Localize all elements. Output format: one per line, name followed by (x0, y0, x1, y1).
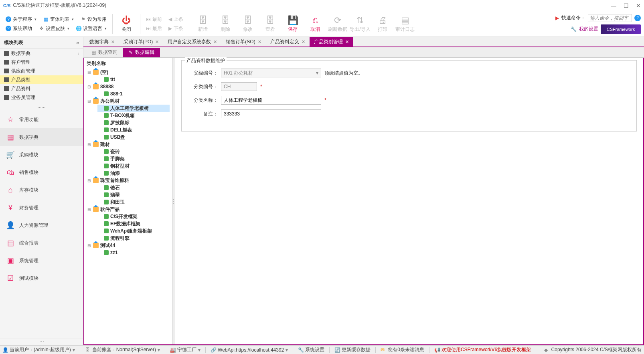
module-item-3[interactable]: 产品类型 (0, 75, 83, 84)
parent-combo[interactable]: H01 办公耗材▾ (221, 69, 321, 77)
quick-help-icon[interactable]: ? (634, 15, 641, 21)
nav-next[interactable]: ▶下条 (166, 24, 186, 33)
tree-child-4-2[interactable]: 和田玉 (97, 198, 170, 206)
tree-parent-2[interactable]: ⊟办公耗材 (87, 97, 170, 105)
nav-module-2[interactable]: 🛒采购模块 (0, 146, 83, 164)
tree-child-6-0[interactable]: zz1 (97, 249, 170, 256)
audit-button[interactable]: ▤审计日志 (395, 13, 415, 35)
tab-5[interactable]: 产品类别管理✕ (310, 37, 353, 47)
collapse-icon[interactable]: ⊟ (87, 178, 91, 183)
collapse-icon[interactable]: ⊟ (87, 70, 91, 75)
nav-prev[interactable]: ◀上条 (166, 15, 186, 24)
module-item-2[interactable]: 供应商管理 (0, 67, 83, 75)
name-input[interactable] (221, 96, 321, 105)
subtab-edit[interactable]: ✎数据编辑 (123, 48, 160, 57)
tree-parent-5[interactable]: ⊟软件产品 (87, 206, 170, 213)
tree-child-4-1[interactable]: 翡翠 (97, 191, 170, 198)
save-button[interactable]: 💾保存 (282, 13, 303, 35)
tree-child-5-1[interactable]: EF数据库框架 (97, 220, 170, 227)
tab-0[interactable]: 数据字典✕ (85, 37, 119, 47)
nav-module-9[interactable]: ☑测试模块 (0, 269, 83, 287)
status-sys-settings[interactable]: 🔧系统设置 (298, 346, 324, 353)
lang-menu[interactable]: 🌐设置语言 (73, 24, 109, 33)
minimize-button[interactable]: — (611, 2, 616, 9)
tree-parent-3[interactable]: ⊟建材 (87, 141, 170, 148)
nav-module-1[interactable]: ▦数据字典 (0, 128, 83, 146)
tree-child-2-1[interactable]: T-BOX机箱 (97, 112, 170, 119)
close-window-button[interactable]: ✕ (636, 2, 641, 9)
close-button[interactable]: ⏻关闭 (116, 13, 137, 35)
tree-child-1-0[interactable]: 888-1 (97, 90, 170, 97)
close-icon[interactable]: ✕ (111, 39, 115, 45)
tree-child-5-3[interactable]: 流程引擎 (97, 235, 170, 242)
maximize-button[interactable]: ☐ (624, 2, 629, 9)
module-footer[interactable]: ⋯ (0, 338, 83, 345)
tree-child-2-3[interactable]: DELL键盘 (97, 126, 170, 134)
about-menu[interactable]: ?关于程序 (3, 15, 39, 24)
remark-input[interactable] (221, 109, 321, 118)
close-icon[interactable]: ✕ (155, 39, 159, 45)
status-update-cache[interactable]: 🔄更新缓存数据 (334, 346, 371, 353)
tree-child-2-4[interactable]: USB盘 (97, 134, 170, 141)
cancel-button[interactable]: ⎌取消 (305, 13, 326, 35)
collapse-icon[interactable]: ⊟ (87, 243, 91, 248)
delete-button[interactable]: 🗄删除 (215, 13, 236, 35)
my-settings-link[interactable]: 我的设置 (579, 26, 598, 32)
quick-command-input[interactable] (588, 14, 632, 22)
nav-module-7[interactable]: ▤综合报表 (0, 234, 83, 252)
module-item-4[interactable]: 产品资料 (0, 84, 83, 93)
subtab-query[interactable]: ▦数据查询 (86, 48, 123, 57)
module-item-5[interactable]: 业务员管理 (0, 93, 83, 102)
close-icon[interactable]: ✕ (302, 39, 305, 45)
nav-module-4[interactable]: ⌂库存模块 (0, 181, 83, 199)
tree-parent-4[interactable]: ⊟珠宝首饰原料 (87, 177, 170, 184)
tree-child-3-3[interactable]: 油漆 (97, 170, 170, 177)
close-icon[interactable]: ✕ (258, 39, 261, 45)
nav-module-3[interactable]: 🛍销售模块 (0, 164, 83, 181)
print-button[interactable]: 🖨打印 (372, 13, 393, 35)
tree-child-2-2[interactable]: 罗技鼠标 (97, 119, 170, 126)
edit-button[interactable]: 🗄修改 (237, 13, 258, 35)
status-unread[interactable]: ✉您有0条未读消息 (381, 346, 424, 353)
collapse-panel-icon[interactable]: « (76, 40, 79, 46)
tree-child-4-0[interactable]: 锆石 (97, 184, 170, 191)
csframework-badge[interactable]: CSFramework (601, 24, 641, 34)
skin-menu[interactable]: ❖设置皮肤 (36, 24, 72, 33)
nav-last[interactable]: ⏭最后 (144, 24, 164, 33)
collapse-icon[interactable]: ⊟ (87, 85, 91, 89)
tree-child-2-0[interactable]: 人体工程学老板椅 (97, 105, 170, 112)
collapse-icon[interactable]: ⊟ (87, 207, 91, 212)
nav-module-5[interactable]: ¥财务管理 (0, 199, 83, 216)
close-icon[interactable]: ✕ (213, 39, 217, 45)
module-more[interactable]: ...... (0, 102, 83, 111)
tab-2[interactable]: 用户自定义系统参数✕ (163, 37, 221, 47)
set-default-button[interactable]: ⚑设为常用 (78, 15, 109, 24)
export-button[interactable]: ⇅导出/导入 (350, 13, 371, 35)
nav-module-0[interactable]: ☆常用功能 (0, 111, 83, 128)
tree-parent-0[interactable]: ⊟(空) (87, 69, 170, 76)
tab-3[interactable]: 销售订单(SO)✕ (221, 37, 265, 47)
tree-child-3-0[interactable]: 瓷砖 (97, 148, 170, 155)
tree-parent-6[interactable]: ⊟测试44 (87, 242, 170, 249)
tab-4[interactable]: 产品资料定义✕ (266, 37, 310, 47)
module-item-1[interactable]: 客户管理 (0, 58, 83, 67)
tree-child-0-0[interactable]: ttt (97, 76, 170, 83)
nav-module-6[interactable]: 👤人力资源管理 (0, 216, 83, 234)
help-menu[interactable]: ?系统帮助 (3, 24, 34, 33)
windows-menu[interactable]: ▦窗体列表 (41, 15, 76, 24)
tree-child-3-2[interactable]: 钢材型材 (97, 162, 170, 170)
view-button[interactable]: 🗄查看 (260, 13, 281, 35)
collapse-icon[interactable]: ⊟ (87, 142, 91, 147)
close-icon[interactable]: ✕ (345, 39, 349, 45)
nav-first[interactable]: ⏮最前 (144, 15, 164, 24)
tree-child-3-1[interactable]: 手脚架 (97, 155, 170, 162)
add-button[interactable]: 🗄新增 (192, 13, 213, 35)
collapse-icon[interactable]: ⊟ (87, 99, 91, 103)
tree-parent-1[interactable]: ⊟88888 (87, 83, 170, 90)
code-input[interactable] (221, 82, 257, 91)
refresh-button[interactable]: ⟳刷新数据 (327, 13, 348, 35)
tree-child-5-2[interactable]: WebApi服务端框架 (97, 227, 170, 235)
tab-1[interactable]: 采购订单(PO)✕ (119, 37, 163, 47)
module-item-0[interactable]: 数据字典‹ (0, 49, 83, 58)
nav-module-8[interactable]: ▣系统管理 (0, 252, 83, 269)
